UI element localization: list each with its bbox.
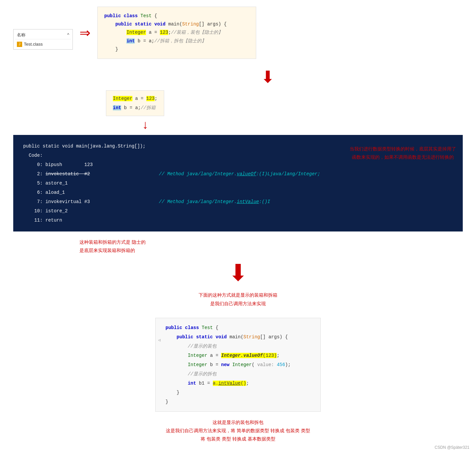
annotation-line-1: 当我们进行数据类型转换的时候，底层其实是掉用了 xyxy=(350,145,456,153)
code-line: public static void main(String[] args) { xyxy=(104,20,249,28)
arrow-down-small-icon: ↓ xyxy=(142,118,148,132)
code-inline-1: Integer a = 123; int b = a;//拆箱 xyxy=(106,90,164,116)
text-block-1: 这种装箱和拆箱的方式是 隐士的 是底层来实现装箱和拆箱的 xyxy=(79,238,463,255)
text-block-2-line1: 下面的这种方式就是显示的装箱和拆箱 xyxy=(13,291,463,299)
dark-code-line: 5: astore_1 xyxy=(23,179,453,188)
code-block-2: ◁ public class Test { public static void… xyxy=(155,318,321,412)
code-line: int b = a;//拆箱 xyxy=(113,103,157,112)
file-explorer: 名称 ^ J Test.class xyxy=(13,29,73,50)
text-block-3-line1: 这就是显示的装包和拆包 xyxy=(13,418,463,427)
dark-code-block: public static void main(java.lang.String… xyxy=(13,135,463,231)
code-line: } xyxy=(104,45,249,54)
code-line: Integer b = new Integer( value: 456); xyxy=(166,360,310,369)
text-block-1-line1: 这种装箱和拆箱的方式是 隐士的 xyxy=(79,238,463,246)
csdn-watermark: CSDN @Später321 xyxy=(435,445,469,450)
dark-code-annotation: 当我们进行数据类型转换的时候，底层其实是掉用了 函数来实现的，如果不调用函数是无… xyxy=(350,145,456,161)
code-line: } xyxy=(166,397,310,406)
text-block-3-line3: 将 包装类 类型 转换成 基本数据类型 xyxy=(13,435,463,443)
file-header-sort: ^ xyxy=(67,32,69,38)
code-line: public class Test { xyxy=(104,12,249,20)
file-list-header: 名称 ^ xyxy=(15,31,71,39)
dark-code-line: 2: invokestatic #2 // Method java/lang/I… xyxy=(23,169,453,179)
text-block-2: 下面的这种方式就是显示的装箱和拆箱 是我们自己调用方法来实现 xyxy=(13,291,463,308)
gutter-marker: ◁ xyxy=(158,336,161,344)
code-line: //显示的装包 xyxy=(166,342,310,351)
code-line: public static void main(String[] args) { xyxy=(166,332,310,342)
code-line: Integer a = 123; xyxy=(113,94,157,103)
file-icon: J xyxy=(17,42,22,47)
dark-code-line: 6: aload_1 xyxy=(23,188,453,197)
code-line: Integer a = Integer.valueOf(123); xyxy=(166,351,310,360)
arrow-right-icon: ⇒ xyxy=(79,25,91,40)
file-item[interactable]: J Test.class xyxy=(15,41,71,48)
annotation-line-2: 函数来实现的，如果不调用函数是无法进行转换的 xyxy=(350,153,456,161)
text-block-3-line2: 这是我们自己调用方法来实现，将 简单的数据类型 转换成 包装类 类型 xyxy=(13,427,463,435)
text-block-3: 这就是显示的装包和拆包 这是我们自己调用方法来实现，将 简单的数据类型 转换成 … xyxy=(13,418,463,443)
code-line: int b1 = a.intValue(); xyxy=(166,379,310,388)
dark-code-line: 10: istore_2 xyxy=(23,206,453,216)
code-line: //显示的拆包 xyxy=(166,369,310,379)
dark-code-line: 7: invokevirtual #3 // Method java/lang/… xyxy=(23,197,453,206)
text-block-2-line2: 是我们自己调用方法来实现 xyxy=(13,300,463,308)
code-line: } xyxy=(166,388,310,397)
code-line: public class Test { xyxy=(166,323,310,332)
file-header-name: 名称 xyxy=(17,32,25,38)
code-line: int b = a;//拆箱，拆包【隐士的】 xyxy=(104,37,249,45)
arrow-down-large-icon: ⬇ xyxy=(261,69,275,85)
code-line: Integer a = 123;//装箱，装包【隐士的】 xyxy=(104,28,249,37)
code-block-1: public class Test { public static void m… xyxy=(97,7,256,59)
file-name: Test.class xyxy=(24,42,43,47)
arrow-down-large-2-icon: ⬇ xyxy=(228,261,248,284)
text-block-1-line2: 是底层来实现装箱和拆箱的 xyxy=(79,246,463,255)
dark-code-line: 11: return xyxy=(23,216,453,225)
